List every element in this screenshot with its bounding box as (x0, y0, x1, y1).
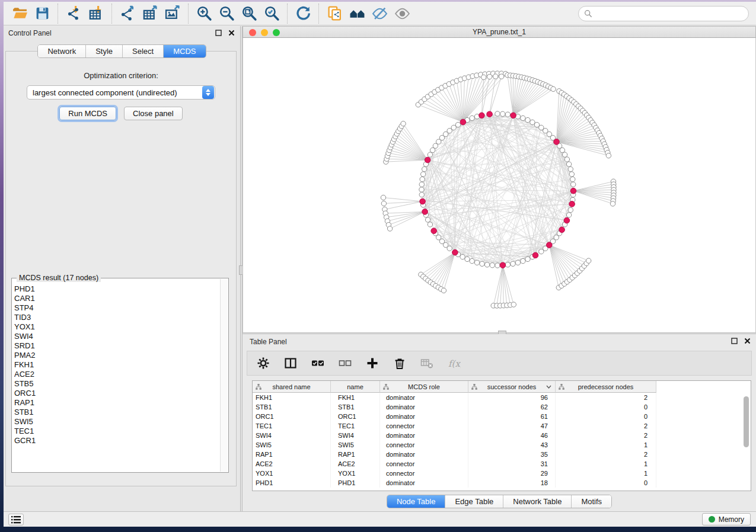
first-neighbors-icon (349, 5, 365, 21)
scrollbar-thumb[interactable] (744, 396, 749, 447)
mcds-node-item[interactable]: TID3 (14, 313, 220, 322)
hide-selected-icon (372, 5, 388, 21)
tab-style[interactable]: Style (86, 45, 123, 57)
run-mcds-button[interactable]: Run MCDS (59, 107, 116, 120)
zoom-out-button[interactable] (215, 4, 238, 23)
tab-motifs[interactable]: Motifs (572, 495, 611, 508)
table-row[interactable]: TEC1TEC1connector472 (253, 421, 751, 431)
mcds-node-item[interactable]: STB5 (14, 379, 220, 389)
tab-edge-table[interactable]: Edge Table (445, 495, 503, 508)
import-network-button[interactable] (62, 4, 85, 23)
mcds-node-item[interactable]: SRD1 (14, 341, 220, 351)
toolbar-separator (318, 4, 319, 24)
mcds-node-item[interactable]: GCR1 (14, 436, 220, 446)
mcds-node-item[interactable]: ORC1 (14, 389, 220, 398)
first-neighbors-button[interactable] (346, 4, 368, 23)
close-panel-button[interactable]: Close panel (124, 107, 183, 120)
tab-network[interactable]: Network (38, 45, 86, 57)
tab-select[interactable]: Select (123, 45, 164, 57)
float-panel-icon[interactable] (730, 336, 738, 345)
optimization-criterion-select[interactable]: largest connected component (undirected) (27, 85, 215, 100)
column-header-name[interactable]: name (331, 381, 380, 393)
zoom-fit-button[interactable] (238, 4, 260, 23)
delete-column-button[interactable] (391, 354, 409, 372)
close-panel-icon[interactable] (227, 28, 235, 37)
column-header-successor-nodes[interactable]: successor nodes (468, 381, 556, 393)
function-builder-button: f(x) (445, 354, 463, 372)
table-scrollbar[interactable] (744, 394, 749, 489)
column-layout-button[interactable] (282, 354, 299, 372)
zoom-selected-button[interactable] (260, 4, 283, 23)
deselect-all-button[interactable] (336, 354, 354, 372)
mcds-tab-content: Optimization criterion: largest connecte… (5, 51, 237, 486)
mcds-node-item[interactable]: STP4 (14, 303, 220, 313)
mcds-node-item[interactable]: ACE2 (14, 370, 220, 379)
toolbar-separator (111, 4, 112, 24)
control-panel-header: Control Panel (4, 26, 240, 40)
mcds-node-item[interactable]: RAP1 (14, 398, 220, 408)
zoom-window-icon[interactable] (273, 29, 280, 36)
table-panel-title: Table Panel (250, 338, 287, 346)
settings-button[interactable] (254, 354, 272, 372)
settings-icon (257, 357, 270, 370)
float-panel-icon[interactable] (214, 28, 222, 37)
export-image-button[interactable] (161, 4, 184, 23)
column-header-predecessor-nodes[interactable]: predecessor nodes (556, 381, 656, 393)
mcds-node-item[interactable]: PHD1 (14, 284, 220, 294)
mcds-list-scrollbar[interactable] (220, 279, 228, 472)
optimization-criterion-label: Optimization criterion: (6, 71, 236, 80)
tab-network-table[interactable]: Network Table (503, 495, 572, 508)
column-header-shared-name[interactable]: shared name (253, 381, 331, 393)
import-table-button[interactable] (85, 4, 107, 23)
zoom-in-button[interactable] (193, 4, 215, 23)
network-window-title: YPA_prune.txt_1 (473, 28, 526, 36)
export-table-button[interactable] (139, 4, 161, 23)
export-network-button[interactable] (116, 4, 139, 23)
cell-successor-nodes: 43 (468, 440, 556, 450)
mcds-node-item[interactable]: TEC1 (14, 427, 220, 436)
memory-button[interactable]: Memory (702, 513, 751, 525)
mcds-node-item[interactable]: SWI4 (14, 332, 220, 341)
tab-mcds[interactable]: MCDS (164, 45, 205, 57)
search-input[interactable] (592, 8, 748, 20)
cell-successor-nodes: 62 (468, 402, 556, 412)
open-file-button[interactable] (8, 4, 31, 23)
toolbar-separator (287, 4, 288, 24)
table-row[interactable]: ACE2ACE2connector311 (253, 459, 751, 469)
clone-network-icon (327, 5, 343, 21)
table-row[interactable]: FKH1FKH1dominator962 (253, 393, 751, 402)
mcds-node-item[interactable]: CAR1 (14, 294, 220, 303)
save-session-button[interactable] (31, 4, 53, 23)
mcds-node-item[interactable]: STB1 (14, 408, 220, 417)
cell-name: TEC1 (331, 421, 380, 431)
control-panel-title: Control Panel (8, 29, 52, 37)
minimize-window-icon[interactable] (261, 29, 268, 36)
network-canvas[interactable] (243, 38, 756, 332)
table-row[interactable]: STB1STB1dominator620 (253, 402, 751, 412)
add-column-button[interactable] (363, 354, 381, 372)
task-history-button[interactable] (8, 514, 24, 525)
tab-node-table[interactable]: Node Table (387, 495, 446, 508)
hide-selected-button[interactable] (368, 4, 391, 23)
close-panel-icon[interactable] (743, 336, 751, 345)
column-header-MCDS-role[interactable]: MCDS role (380, 381, 468, 393)
cell-name: ACE2 (331, 459, 380, 469)
mcds-node-item[interactable]: SWI5 (14, 417, 220, 427)
table-row[interactable]: YOX1YOX1connector291 (253, 469, 751, 478)
refresh-view-button[interactable] (292, 4, 314, 23)
list-icon (11, 516, 21, 524)
close-window-icon[interactable] (249, 29, 256, 36)
table-row[interactable]: SWI5SWI5connector431 (253, 440, 751, 450)
table-row[interactable]: RAP1RAP1dominator352 (253, 450, 751, 459)
cell-MCDS-role: dominator (380, 431, 468, 440)
cell-shared-name: SWI4 (253, 431, 331, 440)
table-row[interactable]: PHD1PHD1dominator180 (253, 478, 751, 488)
table-row[interactable]: SWI4SWI4dominator462 (253, 431, 751, 440)
select-all-button[interactable] (309, 354, 327, 372)
mcds-node-item[interactable]: FKH1 (14, 360, 220, 370)
mcds-node-item[interactable]: YOX1 (14, 322, 220, 332)
clone-network-button[interactable] (323, 4, 346, 23)
mcds-node-item[interactable]: PMA2 (14, 351, 220, 360)
show-graphics-details-button[interactable] (391, 4, 413, 23)
table-row[interactable]: ORC1ORC1dominator610 (253, 412, 751, 421)
